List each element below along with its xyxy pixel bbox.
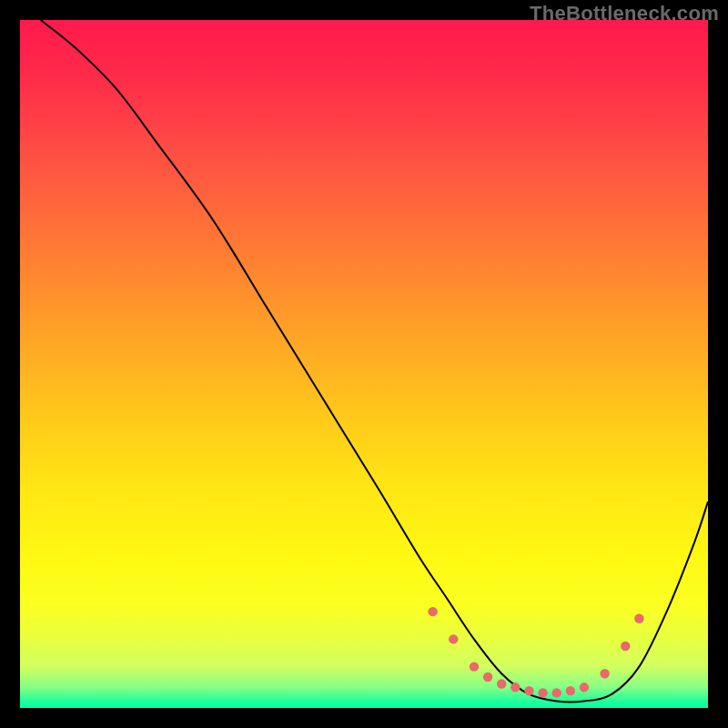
bead-marker [580, 682, 589, 692]
bead-marker [449, 634, 458, 643]
bead-marker [600, 669, 609, 678]
bead-marker [538, 688, 547, 697]
bead-marker [634, 614, 643, 623]
bead-marker [511, 682, 520, 692]
optimal-zone-beads [20, 20, 708, 708]
bead-marker [566, 686, 575, 695]
bead-marker [551, 688, 561, 697]
bead-marker [621, 642, 630, 651]
bead-marker [428, 607, 437, 616]
bead-marker [470, 662, 479, 671]
bead-marker [497, 679, 506, 688]
bead-marker [483, 672, 492, 682]
bead-marker [524, 686, 533, 695]
